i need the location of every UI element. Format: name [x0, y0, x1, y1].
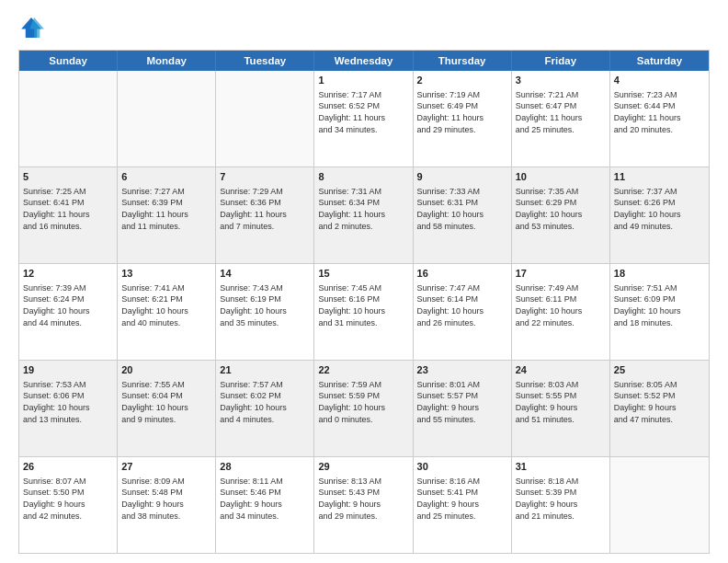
cell-info: Daylight: 10 hours: [614, 305, 705, 317]
cell-info: Sunrise: 8:05 AM: [614, 379, 705, 391]
calendar-cell-day-21: 21Sunrise: 7:57 AMSunset: 6:02 PMDayligh…: [216, 361, 314, 456]
cell-info: Sunrise: 7:51 AM: [614, 282, 705, 294]
cell-info: Sunset: 6:06 PM: [23, 390, 113, 402]
calendar-cell-day-12: 12Sunrise: 7:39 AMSunset: 6:24 PMDayligh…: [19, 264, 118, 360]
cell-info: and 18 minutes.: [614, 317, 705, 329]
calendar-row-3: 19Sunrise: 7:53 AMSunset: 6:06 PMDayligh…: [19, 360, 709, 456]
cell-info: Sunset: 6:14 PM: [417, 293, 507, 305]
cell-info: Sunset: 5:48 PM: [121, 487, 211, 499]
cell-info: Sunset: 6:49 PM: [417, 100, 507, 112]
cell-info: and 44 minutes.: [23, 317, 113, 329]
day-number: 15: [318, 267, 408, 281]
cell-info: Daylight: 9 hours: [516, 402, 606, 414]
cell-info: and 55 minutes.: [417, 414, 507, 426]
day-number: 3: [516, 74, 606, 87]
cell-info: Daylight: 10 hours: [121, 305, 211, 317]
cell-info: and 58 minutes.: [417, 221, 507, 233]
day-number: 20: [121, 363, 211, 377]
calendar-cell-day-10: 10Sunrise: 7:35 AMSunset: 6:29 PMDayligh…: [512, 167, 610, 263]
cell-info: Sunrise: 8:03 AM: [516, 379, 606, 391]
calendar-cell-day-18: 18Sunrise: 7:51 AMSunset: 6:09 PMDayligh…: [610, 264, 709, 360]
cell-info: Sunrise: 8:01 AM: [417, 379, 507, 391]
cell-info: Daylight: 9 hours: [417, 402, 507, 414]
cell-info: and 35 minutes.: [220, 317, 310, 329]
calendar-cell-day-4: 4Sunrise: 7:23 AMSunset: 6:44 PMDaylight…: [610, 71, 709, 167]
cell-info: and 42 minutes.: [23, 511, 113, 523]
calendar-cell-day-25: 25Sunrise: 8:05 AMSunset: 5:52 PMDayligh…: [610, 361, 709, 456]
calendar-cell-day-6: 6Sunrise: 7:27 AMSunset: 6:39 PMDaylight…: [118, 167, 216, 263]
cell-info: and 26 minutes.: [417, 317, 507, 329]
calendar-cell-empty: [216, 71, 314, 167]
day-number: 22: [318, 363, 408, 377]
cell-info: Daylight: 10 hours: [121, 402, 211, 414]
cell-info: Sunrise: 7:39 AM: [23, 282, 113, 294]
day-number: 6: [121, 170, 211, 184]
day-number: 12: [23, 267, 113, 281]
cell-info: Sunset: 6:24 PM: [23, 293, 113, 305]
cell-info: Sunrise: 8:18 AM: [516, 476, 606, 488]
cell-info: Sunset: 6:21 PM: [121, 293, 211, 305]
cell-info: Daylight: 11 hours: [23, 209, 113, 221]
cell-info: and 29 minutes.: [417, 124, 507, 136]
calendar-cell-day-14: 14Sunrise: 7:43 AMSunset: 6:19 PMDayligh…: [216, 264, 314, 360]
day-number: 8: [318, 170, 408, 184]
cell-info: Sunrise: 8:11 AM: [220, 476, 310, 488]
cell-info: and 38 minutes.: [121, 511, 211, 523]
cell-info: Daylight: 10 hours: [516, 209, 606, 221]
cell-info: and 22 minutes.: [516, 317, 606, 329]
cell-info: and 40 minutes.: [121, 317, 211, 329]
day-number: 4: [614, 74, 705, 87]
cell-info: Sunset: 6:47 PM: [516, 100, 606, 112]
cell-info: Sunset: 6:16 PM: [318, 293, 408, 305]
day-number: 21: [220, 363, 310, 377]
day-number: 5: [23, 170, 113, 184]
cell-info: and 9 minutes.: [121, 414, 211, 426]
cell-info: Sunset: 5:39 PM: [516, 487, 606, 499]
cell-info: Sunset: 6:34 PM: [318, 197, 408, 209]
calendar-cell-day-24: 24Sunrise: 8:03 AMSunset: 5:55 PMDayligh…: [512, 361, 610, 456]
cell-info: and 0 minutes.: [318, 414, 408, 426]
cell-info: Daylight: 9 hours: [417, 499, 507, 511]
calendar-cell-day-2: 2Sunrise: 7:19 AMSunset: 6:49 PMDaylight…: [414, 71, 512, 167]
cell-info: Sunset: 6:11 PM: [516, 293, 606, 305]
cell-info: and 7 minutes.: [220, 221, 310, 233]
calendar: SundayMondayTuesdayWednesdayThursdayFrid…: [18, 50, 710, 554]
calendar-cell-empty: [610, 457, 709, 553]
cell-info: Daylight: 11 hours: [121, 209, 211, 221]
cell-info: Sunrise: 7:31 AM: [318, 186, 408, 198]
day-number: 19: [23, 363, 113, 377]
day-number: 11: [614, 170, 705, 184]
day-number: 9: [417, 170, 507, 184]
day-number: 26: [23, 460, 113, 474]
cell-info: Sunrise: 8:07 AM: [23, 476, 113, 488]
calendar-cell-day-20: 20Sunrise: 7:55 AMSunset: 6:04 PMDayligh…: [118, 361, 216, 456]
calendar-cell-day-13: 13Sunrise: 7:41 AMSunset: 6:21 PMDayligh…: [118, 264, 216, 360]
cell-info: Sunset: 6:26 PM: [614, 197, 705, 209]
day-number: 1: [318, 74, 408, 87]
cell-info: Sunset: 5:50 PM: [23, 487, 113, 499]
cell-info: Sunset: 5:59 PM: [318, 390, 408, 402]
cell-info: Sunrise: 7:35 AM: [516, 186, 606, 198]
cell-info: Sunset: 6:09 PM: [614, 293, 705, 305]
cell-info: Sunset: 5:52 PM: [614, 390, 705, 402]
cell-info: Daylight: 9 hours: [614, 402, 705, 414]
day-number: 14: [220, 267, 310, 281]
cell-info: Daylight: 10 hours: [417, 209, 507, 221]
calendar-row-2: 12Sunrise: 7:39 AMSunset: 6:24 PMDayligh…: [19, 263, 709, 360]
cell-info: Sunrise: 7:21 AM: [516, 89, 606, 101]
cell-info: Daylight: 9 hours: [220, 499, 310, 511]
cell-info: Sunset: 6:39 PM: [121, 197, 211, 209]
cell-info: Daylight: 11 hours: [417, 112, 507, 124]
cell-info: and 21 minutes.: [516, 511, 606, 523]
cell-info: and 2 minutes.: [318, 221, 408, 233]
cell-info: Daylight: 10 hours: [23, 402, 113, 414]
cell-info: Sunrise: 7:23 AM: [614, 89, 705, 101]
day-number: 30: [417, 460, 507, 474]
header-day-monday: Monday: [118, 51, 216, 71]
cell-info: Daylight: 11 hours: [614, 112, 705, 124]
day-number: 28: [220, 460, 310, 474]
cell-info: Sunrise: 7:37 AM: [614, 186, 705, 198]
day-number: 29: [318, 460, 408, 474]
cell-info: and 16 minutes.: [23, 221, 113, 233]
header-day-saturday: Saturday: [610, 51, 709, 71]
